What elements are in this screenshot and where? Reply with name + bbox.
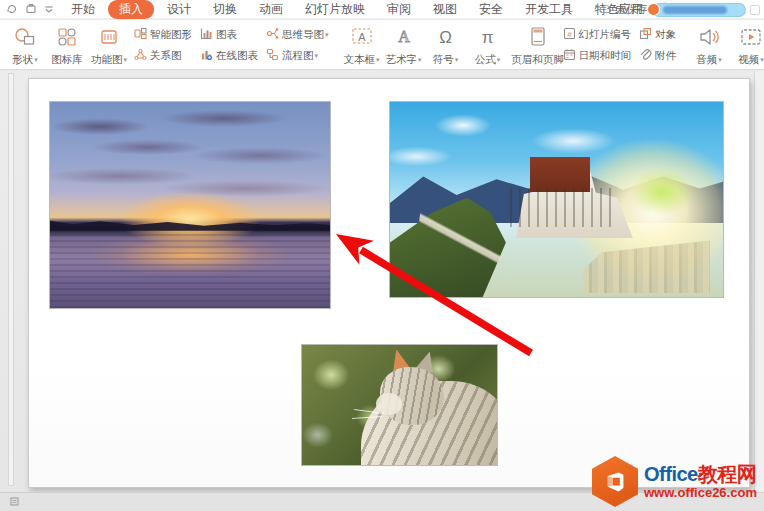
potala-palace-photo[interactable]	[389, 101, 724, 298]
tab-review[interactable]: 审阅	[378, 0, 420, 20]
chart-icon	[200, 27, 213, 42]
print-preview-icon[interactable]	[25, 3, 37, 15]
tab-animations[interactable]: 动画	[250, 0, 292, 20]
promo-badge-text-blur	[663, 6, 727, 14]
header-footer-label: 页眉和页脚	[511, 53, 564, 65]
potala-windows	[510, 188, 617, 227]
date-time-button[interactable]: 日期和时间	[563, 46, 632, 64]
flow-chart-button[interactable]: 流程图▾	[266, 46, 329, 64]
flow-chart-icon	[266, 48, 279, 63]
insert-ribbon: 形状▾ 图标库 功能图▾ 智能图形 关系图 图表 在线图表 思维导图▾	[0, 20, 764, 70]
object-icon	[639, 27, 652, 42]
online-chart-label: 在线图表	[216, 49, 258, 61]
audio-button[interactable]: 音频▾	[688, 22, 730, 67]
potala-red-palace	[530, 157, 590, 192]
potala-hill-path	[411, 186, 510, 291]
slide-canvas[interactable]	[28, 78, 750, 488]
icon-library-icon	[56, 25, 78, 49]
video-label: 视频	[738, 53, 759, 65]
video-icon	[738, 25, 764, 49]
function-diagram-button[interactable]: 功能图▾	[88, 22, 130, 67]
audio-speaker-icon	[697, 25, 721, 49]
chart-button[interactable]: 图表	[200, 25, 258, 43]
comment-icon[interactable]	[750, 5, 760, 15]
mind-map-button[interactable]: 思维导图▾	[266, 25, 329, 43]
header-footer-button[interactable]: 页眉和页脚	[517, 22, 559, 67]
chart-label: 图表	[216, 28, 237, 40]
attachment-paperclip-icon	[639, 48, 652, 63]
chevron-down-icon: ▾	[376, 54, 380, 66]
promo-badge[interactable]	[653, 4, 745, 16]
sunset-lake-photo[interactable]	[49, 101, 331, 309]
word-art-icon: A	[393, 25, 415, 49]
cat-photo[interactable]	[301, 344, 498, 466]
watermark-logo: Office教程网 www.office26.com	[592, 455, 760, 508]
online-chart-icon	[200, 48, 213, 63]
sync-save-icon[interactable]	[6, 3, 18, 15]
word-art-label: 艺术字	[386, 53, 418, 65]
sunset-water-ripples	[50, 234, 330, 308]
cloud-icon	[599, 4, 612, 16]
symbol-button[interactable]: Ω 符号▾	[425, 22, 467, 67]
icon-library-button[interactable]: 图标库	[46, 22, 88, 67]
relation-diagram-button[interactable]: 关系图	[134, 46, 192, 64]
smart-graphic-icon	[134, 27, 147, 42]
chevron-down-icon: ▾	[315, 50, 319, 62]
tab-insert[interactable]: 插入	[108, 0, 154, 19]
date-time-icon	[563, 48, 576, 63]
save-status-label: 未保存	[615, 2, 648, 17]
formula-button[interactable]: π 公式▾	[467, 22, 509, 67]
slide-panel-collapsed[interactable]	[8, 73, 14, 486]
lens-flare	[630, 168, 694, 216]
tab-design[interactable]: 设计	[158, 0, 200, 20]
tab-transitions[interactable]: 切换	[204, 0, 246, 20]
chevron-down-icon: ▾	[34, 54, 38, 66]
menubar-right: 未保存	[599, 0, 760, 19]
chevron-down-icon: ▾	[124, 54, 128, 66]
menu-tabs: 开始 插入 设计 切换 动画 幻灯片放映 审阅 视图 安全 开发工具 特色应用	[62, 0, 652, 20]
shapes-label: 形状	[12, 53, 33, 65]
chevron-down-icon: ▾	[497, 54, 501, 66]
quick-access-toolbar	[0, 3, 62, 15]
symbol-label: 符号	[433, 53, 454, 65]
tab-devtools[interactable]: 开发工具	[516, 0, 582, 20]
object-button[interactable]: 对象	[639, 25, 676, 43]
flow-chart-label: 流程图	[282, 49, 314, 61]
shapes-icon	[13, 25, 37, 49]
save-status: 未保存	[599, 2, 648, 17]
relation-diagram-label: 关系图	[150, 49, 182, 61]
watermark-title: Office教程网	[644, 464, 757, 485]
attachment-button[interactable]: 附件	[639, 46, 676, 64]
function-diagram-label: 功能图	[91, 53, 123, 65]
word-art-button[interactable]: A 艺术字▾	[383, 22, 425, 67]
shapes-button[interactable]: 形状▾	[4, 22, 46, 67]
tab-home[interactable]: 开始	[62, 0, 104, 20]
icon-library-label: 图标库	[51, 53, 83, 65]
mind-map-label: 思维导图	[282, 28, 324, 40]
smart-graphic-button[interactable]: 智能图形	[134, 25, 192, 43]
customize-toolbar-icon[interactable]	[44, 3, 54, 15]
tab-slideshow[interactable]: 幻灯片放映	[296, 0, 374, 20]
slide-menu-icon[interactable]	[10, 496, 19, 508]
text-box-button[interactable]: A 文本框▾	[341, 22, 383, 67]
slide-number-label: 幻灯片编号	[579, 28, 632, 40]
function-diagram-icon	[98, 25, 120, 49]
online-chart-button[interactable]: 在线图表	[200, 46, 258, 64]
chevron-down-icon: ▾	[718, 54, 722, 66]
slide-number-icon: #	[563, 27, 576, 42]
chevron-down-icon: ▾	[418, 54, 422, 66]
header-footer-icon	[528, 25, 548, 49]
slide-number-button[interactable]: # 幻灯片编号	[563, 25, 632, 43]
object-label: 对象	[655, 28, 676, 40]
vertical-scrollbar[interactable]	[754, 71, 764, 492]
formula-label: 公式	[475, 53, 496, 65]
formula-pi-icon: π	[482, 25, 494, 49]
tab-security[interactable]: 安全	[470, 0, 512, 20]
date-time-label: 日期和时间	[579, 49, 632, 61]
audio-label: 音频	[696, 53, 717, 65]
video-button[interactable]: 视频▾	[730, 22, 764, 67]
avatar	[647, 3, 660, 16]
tab-view[interactable]: 视图	[424, 0, 466, 20]
text-box-icon: A	[350, 25, 374, 49]
symbol-omega-icon: Ω	[439, 25, 452, 49]
